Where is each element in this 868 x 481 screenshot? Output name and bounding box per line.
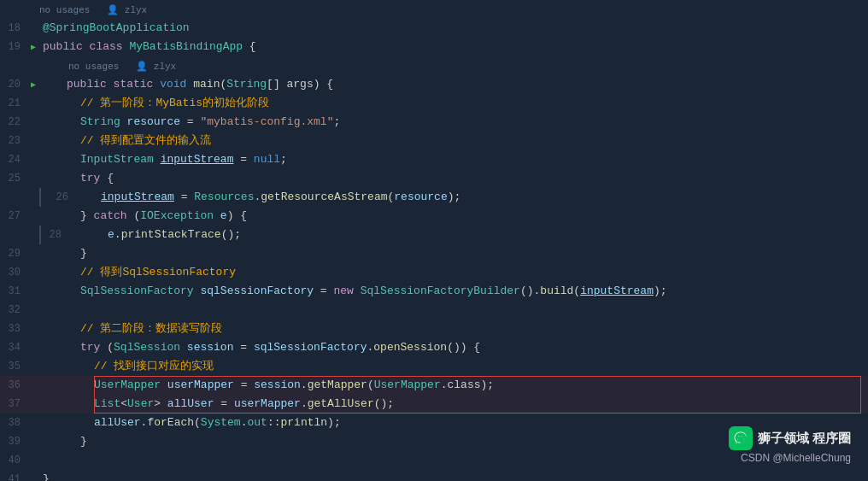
code-content-26: inputStream = Resources.getResourceAsStr…	[87, 188, 460, 207]
code-line-20: 20 ▶ public static void main(String[] ar…	[0, 75, 868, 94]
line-number-20: 20	[0, 79, 27, 91]
code-content-31: SqlSessionFactory sqlSessionFactory = ne…	[39, 282, 667, 301]
meta-text-20: no usages 👤 zlyx	[68, 61, 176, 72]
line-number-18: 18	[0, 22, 27, 34]
code-line-26: 26 inputStream = Resources.getResourceAs…	[39, 188, 868, 207]
code-content-18: @SpringBootApplication	[39, 19, 190, 38]
line-number-40: 40	[0, 455, 27, 466]
code-content-20: public static void main(String[] args) {	[39, 75, 333, 94]
code-line-29: 29 }	[0, 244, 868, 263]
code-content-39: }	[39, 432, 87, 451]
code-content-28: e.printStackTrace();	[80, 226, 241, 244]
code-line-24: 24 InputStream inputStream = null;	[0, 150, 868, 169]
code-content-36: UserMapper userMapper = session.getMappe…	[39, 376, 494, 395]
line-number-19: 19	[0, 41, 27, 53]
code-line-30: 30 // 得到SqlSessionFactory	[0, 263, 868, 282]
code-line-32: 32	[0, 301, 868, 320]
watermark-subtitle: CSDN @MichelleChung	[741, 452, 851, 464]
line-number-24: 24	[0, 154, 27, 166]
code-content-24: InputStream inputStream = null;	[39, 150, 287, 169]
watermark-top: 狮子领域 程序圈	[729, 426, 851, 450]
wechat-icon	[729, 426, 753, 450]
line-number-38: 38	[0, 417, 27, 429]
code-line-41: 41 }	[0, 470, 868, 481]
code-line-34: 34 try (SqlSession session = sqlSessionF…	[0, 338, 868, 357]
line-number-23: 23	[0, 135, 27, 147]
highlight-region: 36 UserMapper userMapper = session.getMa…	[0, 376, 868, 414]
code-content-27: } catch (IOException e) {	[39, 207, 247, 226]
code-line-37: 37 List<User> allUser = userMapper.getAl…	[0, 395, 868, 414]
code-content-19: public class MyBatisBindingApp {	[39, 38, 256, 56]
code-line-22: 22 String resource = "mybatis-config.xml…	[0, 113, 868, 132]
code-editor: no usages 👤 zlyx 18 @SpringBootApplicati…	[0, 0, 868, 481]
run-icon-20: ▶	[27, 79, 39, 90]
line-number-35: 35	[0, 361, 27, 372]
line-number-33: 33	[0, 323, 27, 335]
code-content-41: }	[39, 470, 50, 481]
code-line-33: 33 // 第二阶段：数据读写阶段	[0, 320, 868, 338]
code-content-23: // 得到配置文件的输入流	[39, 132, 211, 150]
code-content-35: // 找到接口对应的实现	[39, 357, 214, 376]
line-number-39: 39	[0, 436, 27, 448]
line-number-41: 41	[0, 473, 27, 481]
code-line-25: 25 try {	[0, 169, 868, 188]
meta-line-20: no usages 👤 zlyx	[0, 56, 868, 75]
code-line-27: 27 } catch (IOException e) {	[0, 207, 868, 226]
code-content-25: try {	[39, 169, 114, 188]
watermark-title: 狮子领域 程序圈	[758, 431, 851, 447]
run-icon-19: ▶	[27, 42, 39, 52]
line-number-27: 27	[0, 210, 27, 222]
code-content-29: }	[39, 244, 87, 263]
code-line-35: 35 // 找到接口对应的实现	[0, 357, 868, 376]
line-number-37: 37	[0, 398, 27, 410]
code-content-38: allUser.forEach(System.out::println);	[39, 414, 341, 432]
code-line-31: 31 SqlSessionFactory sqlSessionFactory =…	[0, 282, 868, 301]
code-line-28: 28 e.printStackTrace();	[39, 226, 868, 244]
line-number-21: 21	[0, 97, 27, 109]
code-content-21: // 第一阶段：MyBatis的初始化阶段	[39, 94, 269, 113]
code-content-30: // 得到SqlSessionFactory	[39, 263, 236, 282]
code-content-22: String resource = "mybatis-config.xml";	[39, 113, 340, 132]
code-content-37: List<User> allUser = userMapper.getAllUs…	[39, 395, 394, 414]
code-line-19: 19 ▶ public class MyBatisBindingApp {	[0, 38, 868, 56]
line-number-32: 32	[0, 304, 27, 316]
line-number-36: 36	[0, 379, 27, 391]
line-number-22: 22	[0, 116, 27, 128]
meta-text-18: no usages 👤 zlyx	[39, 4, 147, 15]
meta-line-18: no usages 👤 zlyx	[0, 0, 868, 19]
line-number-25: 25	[0, 173, 27, 185]
code-line-36: 36 UserMapper userMapper = session.getMa…	[0, 376, 868, 395]
line-number-29: 29	[0, 248, 27, 260]
line-number-30: 30	[0, 267, 27, 279]
code-line-21: 21 // 第一阶段：MyBatis的初始化阶段	[0, 94, 868, 113]
code-line-18: 18 @SpringBootApplication	[0, 19, 868, 38]
watermark: 狮子领域 程序圈 CSDN @MichelleChung	[729, 426, 851, 464]
code-content-33: // 第二阶段：数据读写阶段	[39, 320, 222, 338]
line-number-31: 31	[0, 285, 27, 297]
code-content-34: try (SqlSession session = sqlSessionFact…	[39, 338, 480, 357]
line-number-34: 34	[0, 342, 27, 354]
code-line-23: 23 // 得到配置文件的输入流	[0, 132, 868, 150]
